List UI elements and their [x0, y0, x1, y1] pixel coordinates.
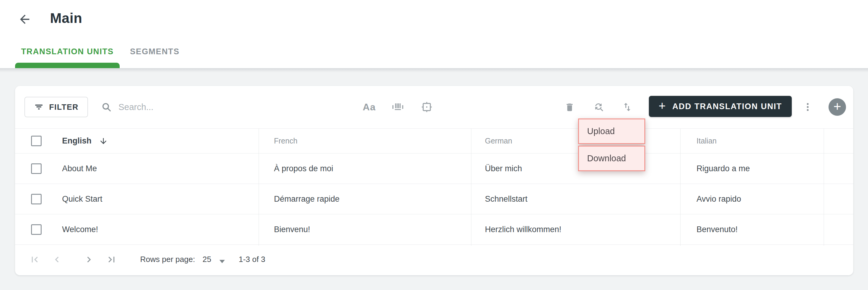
cell-italian: Avvio rapido [696, 195, 741, 203]
trash-icon [564, 102, 575, 112]
row-checkbox[interactable] [31, 164, 41, 174]
table-row[interactable]: About Me À propos de moi Über mich Rigua… [15, 153, 853, 184]
filter-icon [34, 102, 44, 112]
import-export-button[interactable] [617, 97, 638, 117]
focus-frame-icon [421, 101, 433, 113]
filter-button[interactable]: FILTER [24, 97, 88, 117]
plus-circle-icon: + [833, 100, 841, 113]
add-column-fab[interactable]: + [829, 98, 846, 116]
column-divider [471, 128, 471, 246]
arrow-left-icon [18, 12, 32, 26]
import-export-icon [622, 102, 632, 112]
filter-button-label: FILTER [49, 103, 79, 112]
tab-bar: TRANSLATION UNITS SEGMENTS [15, 35, 190, 68]
search-icon [101, 102, 112, 112]
tab-segments-label: SEGMENTS [130, 47, 179, 56]
column-header-german[interactable]: German [485, 137, 512, 145]
chevron-down-icon[interactable] [219, 260, 225, 263]
delete-button[interactable] [559, 97, 580, 117]
menu-item-download[interactable]: Download [578, 146, 645, 171]
barcode-icon [392, 102, 404, 112]
tab-segments[interactable]: SEGMENTS [120, 35, 190, 68]
table-header-row: English French German Italian [15, 128, 853, 153]
arrow-down-icon [99, 137, 108, 146]
first-page-button[interactable] [28, 253, 41, 266]
prev-page-icon [51, 254, 63, 265]
cell-french: À propos de moi [274, 164, 333, 173]
topbar-shadow [0, 68, 868, 72]
translation-units-table: English French German Italian About Me À… [15, 128, 853, 245]
column-header-english[interactable]: English [62, 136, 108, 146]
next-page-icon [83, 254, 95, 265]
menu-item-upload[interactable]: Upload [578, 118, 645, 144]
cell-french: Bienvenu! [274, 225, 310, 234]
add-translation-unit-button[interactable]: + ADD TRANSLATION UNIT [649, 96, 792, 117]
cell-english: Welcome! [62, 225, 98, 234]
cell-german: Über mich [485, 164, 522, 173]
text-case-button[interactable]: Aa [359, 97, 379, 117]
find-replace-button[interactable] [589, 97, 609, 117]
translation-units-card: FILTER Aa [15, 86, 853, 275]
cell-german: Herzlich willkommen! [485, 225, 561, 234]
select-all-checkbox[interactable] [31, 136, 41, 146]
focus-frame-button[interactable] [416, 97, 437, 117]
column-header-italian[interactable]: Italian [696, 137, 717, 145]
row-checkbox[interactable] [31, 194, 41, 204]
top-bar: Main TRANSLATION UNITS SEGMENTS [0, 0, 868, 68]
text-case-icon: Aa [363, 102, 376, 113]
find-replace-icon [593, 102, 604, 112]
back-button[interactable] [17, 11, 33, 27]
export-menu: Upload Download [578, 118, 645, 171]
column-divider [680, 128, 681, 246]
table-row[interactable]: Welcome! Bienvenu! Herzlich willkommen! … [15, 214, 853, 245]
last-page-icon [106, 254, 117, 265]
add-translation-unit-label: ADD TRANSLATION UNIT [673, 102, 782, 111]
table-row[interactable]: Quick Start Démarrage rapide Schnellstar… [15, 184, 853, 214]
row-checkbox[interactable] [31, 224, 41, 235]
cell-english: Quick Start [62, 195, 102, 204]
next-page-button[interactable] [83, 253, 95, 266]
first-page-icon [29, 254, 40, 265]
translation-units-page: Main TRANSLATION UNITS SEGMENTS FILTER [0, 0, 868, 290]
toolbar: FILTER Aa [15, 86, 853, 128]
table-footer: Rows per page: 25 1-3 of 3 [15, 245, 853, 274]
page-title: Main [50, 10, 82, 26]
tab-translation-units[interactable]: TRANSLATION UNITS [15, 35, 120, 68]
column-header-french[interactable]: French [274, 137, 298, 145]
last-page-button[interactable] [105, 253, 118, 266]
cell-italian: Riguardo a me [696, 164, 750, 173]
rows-per-page-label: Rows per page: [140, 255, 195, 264]
cell-italian: Benvenuto! [696, 225, 738, 234]
menu-item-upload-label: Upload [587, 126, 615, 136]
cell-english: About Me [62, 164, 97, 173]
menu-item-download-label: Download [587, 153, 626, 164]
search-box [101, 97, 330, 117]
search-input[interactable] [119, 102, 330, 112]
column-divider [258, 128, 259, 246]
cell-german: Schnellstart [485, 195, 527, 203]
rows-per-page-select[interactable]: 25 [203, 255, 211, 264]
tab-translation-units-label: TRANSLATION UNITS [21, 47, 114, 56]
barcode-view-button[interactable] [388, 97, 408, 117]
more-options-button[interactable] [798, 97, 818, 117]
plus-icon: + [658, 100, 665, 112]
more-vert-icon [803, 102, 813, 112]
pagination-range-label: 1-3 of 3 [239, 255, 265, 264]
prev-page-button[interactable] [51, 253, 63, 266]
active-tab-indicator [15, 63, 120, 68]
cell-french: Démarrage rapide [274, 195, 340, 203]
